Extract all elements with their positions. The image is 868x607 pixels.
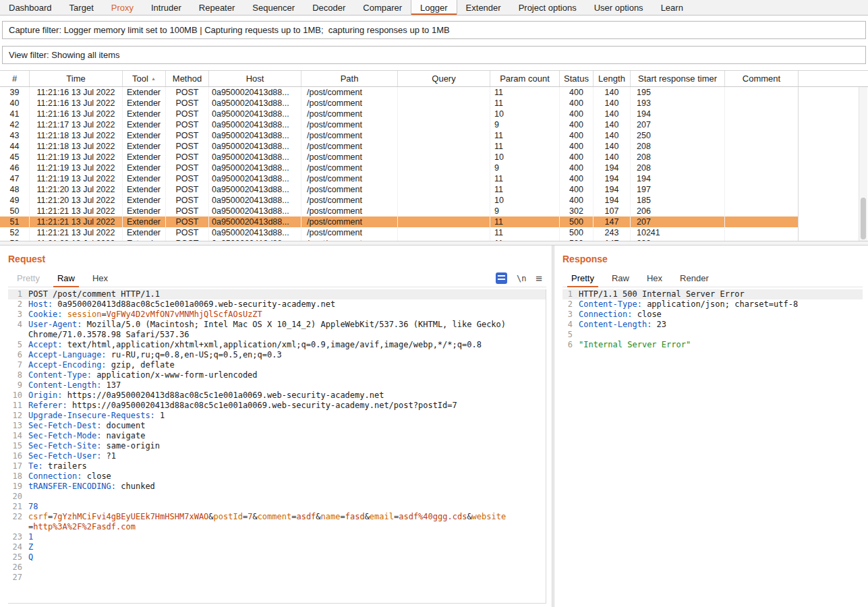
- cell-method[interactable]: POST: [166, 130, 209, 141]
- cell-method[interactable]: POST: [166, 109, 209, 119]
- cell-comment[interactable]: [725, 173, 799, 184]
- cell-path[interactable]: /post/comment: [301, 195, 398, 206]
- cell-num[interactable]: 48: [0, 184, 30, 195]
- cell-query[interactable]: [398, 141, 490, 152]
- table-row[interactable]: 5011:21:21 13 Jul 2022ExtenderPOST0a9500…: [0, 206, 799, 216]
- cell-comment[interactable]: [725, 195, 799, 206]
- cell-path[interactable]: /post/comment: [301, 184, 398, 195]
- cell-num[interactable]: 49: [0, 195, 30, 206]
- cell-host[interactable]: 0a9500020413d88...: [209, 184, 301, 195]
- cell-method[interactable]: POST: [166, 238, 209, 241]
- column-header-comment[interactable]: Comment: [725, 71, 799, 86]
- cell-comment[interactable]: [725, 238, 799, 241]
- cell-tool[interactable]: Extender: [123, 216, 166, 227]
- cell-length[interactable]: 140: [594, 152, 631, 163]
- cell-time[interactable]: 11:21:17 13 Jul 2022: [30, 119, 123, 130]
- cell-length[interactable]: 194: [594, 173, 631, 184]
- tab-intruder[interactable]: Intruder: [142, 0, 190, 15]
- cell-method[interactable]: POST: [166, 206, 209, 216]
- cell-host[interactable]: 0a9500020413d88...: [209, 119, 301, 130]
- cell-start-response-timer[interactable]: 185: [631, 195, 725, 206]
- response-tab-render[interactable]: Render: [671, 270, 718, 287]
- response-tab-hex[interactable]: Hex: [638, 270, 671, 287]
- cell-param-count[interactable]: 11: [490, 173, 560, 184]
- cell-start-response-timer[interactable]: 208: [631, 152, 725, 163]
- cell-time[interactable]: 11:21:19 13 Jul 2022: [30, 152, 123, 163]
- cell-query[interactable]: [398, 206, 490, 216]
- table-row[interactable]: 5111:21:21 13 Jul 2022ExtenderPOST0a9500…: [0, 216, 799, 227]
- cell-host[interactable]: 0a9500020413d88...: [209, 163, 301, 173]
- cell-host[interactable]: 0a9500020413d88...: [209, 238, 301, 241]
- cell-param-count[interactable]: 10: [490, 152, 560, 163]
- table-row[interactable]: 4411:21:18 13 Jul 2022ExtenderPOST0a9500…: [0, 141, 799, 152]
- cell-param-count[interactable]: 11: [490, 227, 560, 238]
- tab-extender[interactable]: Extender: [457, 0, 510, 15]
- table-scrollbar[interactable]: [859, 87, 867, 241]
- column-header-length[interactable]: Length: [594, 71, 631, 86]
- cell-path[interactable]: /post/comment: [301, 119, 398, 130]
- cell-host[interactable]: 0a9500020413d88...: [209, 206, 301, 216]
- table-row[interactable]: 5211:21:21 13 Jul 2022ExtenderPOST0a9500…: [0, 227, 799, 238]
- cell-host[interactable]: 0a9500020413d88...: [209, 87, 301, 98]
- request-tab-raw[interactable]: Raw: [49, 270, 84, 287]
- table-row[interactable]: 4211:21:17 13 Jul 2022ExtenderPOST0a9500…: [0, 119, 799, 130]
- cell-method[interactable]: POST: [166, 227, 209, 238]
- cell-status[interactable]: 500: [560, 227, 594, 238]
- cell-query[interactable]: [398, 195, 490, 206]
- cell-method[interactable]: POST: [166, 141, 209, 152]
- cell-path[interactable]: /post/comment: [301, 227, 398, 238]
- cell-start-response-timer[interactable]: 197: [631, 184, 725, 195]
- cell-num[interactable]: 46: [0, 163, 30, 173]
- tab-repeater[interactable]: Repeater: [190, 0, 243, 15]
- cell-query[interactable]: [398, 227, 490, 238]
- column-header-status[interactable]: Status: [560, 71, 594, 86]
- response-tab-pretty[interactable]: Pretty: [562, 270, 603, 287]
- cell-tool[interactable]: Extender: [123, 98, 166, 109]
- column-header-start-response-timer[interactable]: Start response timer: [631, 71, 725, 86]
- cell-start-response-timer[interactable]: 193: [631, 98, 725, 109]
- cell-path[interactable]: /post/comment: [301, 216, 398, 227]
- cell-num[interactable]: 52: [0, 227, 30, 238]
- cell-comment[interactable]: [725, 119, 799, 130]
- cell-query[interactable]: [398, 216, 490, 227]
- horizontal-splitter[interactable]: [0, 241, 868, 245]
- scrollbar-thumb[interactable]: [861, 198, 866, 239]
- cell-start-response-timer[interactable]: 194: [631, 109, 725, 119]
- table-row[interactable]: 4711:21:19 13 Jul 2022ExtenderPOST0a9500…: [0, 173, 799, 184]
- response-tab-raw[interactable]: Raw: [603, 270, 638, 287]
- capture-filter-bar[interactable]: Capture filter: Logger memory limit set …: [2, 21, 866, 39]
- cell-time[interactable]: 11:21:21 13 Jul 2022: [30, 216, 123, 227]
- table-row[interactable]: 4311:21:18 13 Jul 2022ExtenderPOST0a9500…: [0, 130, 799, 141]
- cell-num[interactable]: 40: [0, 98, 30, 109]
- menu-icon[interactable]: ≡: [536, 272, 542, 285]
- request-editor-body[interactable]: 1POST /post/comment HTTP/1.12Host: 0a950…: [8, 289, 546, 604]
- cell-start-response-timer[interactable]: 232: [631, 238, 725, 241]
- cell-comment[interactable]: [725, 87, 799, 98]
- tab-project-options[interactable]: Project options: [510, 0, 585, 15]
- cell-method[interactable]: POST: [166, 216, 209, 227]
- cell-query[interactable]: [398, 87, 490, 98]
- cell-method[interactable]: POST: [166, 184, 209, 195]
- cell-param-count[interactable]: 11: [490, 98, 560, 109]
- cell-time[interactable]: 11:21:18 13 Jul 2022: [30, 130, 123, 141]
- cell-length[interactable]: 194: [594, 163, 631, 173]
- cell-comment[interactable]: [725, 109, 799, 119]
- cell-path[interactable]: /post/comment: [301, 152, 398, 163]
- column-header-num[interactable]: #: [0, 71, 30, 86]
- cell-host[interactable]: 0a9500020413d88...: [209, 130, 301, 141]
- cell-num[interactable]: 51: [0, 216, 30, 227]
- table-row[interactable]: 4011:21:16 13 Jul 2022ExtenderPOST0a9500…: [0, 98, 799, 109]
- cell-comment[interactable]: [725, 130, 799, 141]
- cell-start-response-timer[interactable]: 207: [631, 119, 725, 130]
- cell-comment[interactable]: [725, 206, 799, 216]
- cell-time[interactable]: 11:21:19 13 Jul 2022: [30, 163, 123, 173]
- cell-length[interactable]: 194: [594, 184, 631, 195]
- cell-time[interactable]: 11:21:19 13 Jul 2022: [30, 173, 123, 184]
- cell-status[interactable]: 400: [560, 195, 594, 206]
- cell-time[interactable]: 11:21:20 13 Jul 2022: [30, 184, 123, 195]
- cell-time[interactable]: 11:21:21 13 Jul 2022: [30, 227, 123, 238]
- cell-status[interactable]: 400: [560, 152, 594, 163]
- cell-length[interactable]: 147: [594, 216, 631, 227]
- cell-host[interactable]: 0a9500020413d88...: [209, 173, 301, 184]
- cell-status[interactable]: 400: [560, 141, 594, 152]
